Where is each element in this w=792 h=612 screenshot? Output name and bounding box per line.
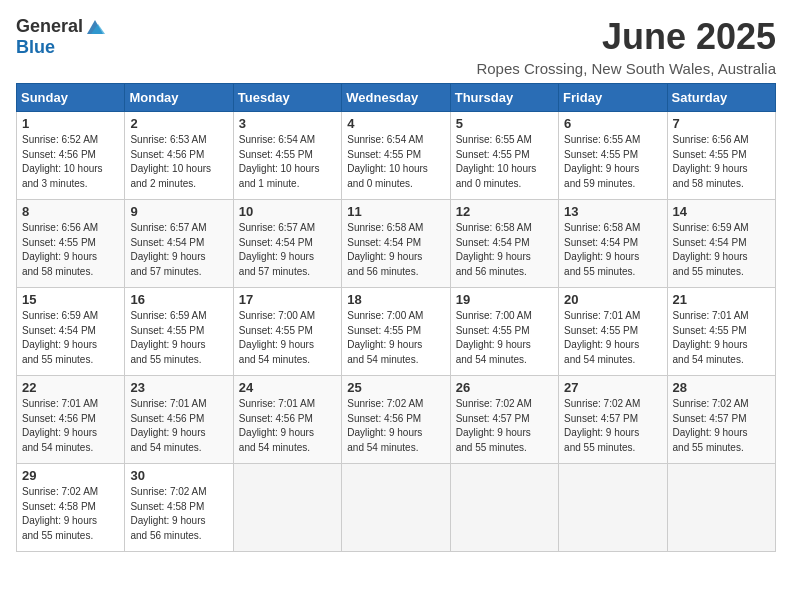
day-number: 3 bbox=[239, 116, 336, 131]
calendar-header: SundayMondayTuesdayWednesdayThursdayFrid… bbox=[17, 84, 776, 112]
calendar-cell: 28Sunrise: 7:02 AMSunset: 4:57 PMDayligh… bbox=[667, 376, 775, 464]
calendar-cell: 14Sunrise: 6:59 AMSunset: 4:54 PMDayligh… bbox=[667, 200, 775, 288]
day-info: Sunrise: 7:02 AMSunset: 4:57 PMDaylight:… bbox=[564, 397, 661, 455]
day-number: 30 bbox=[130, 468, 227, 483]
day-number: 2 bbox=[130, 116, 227, 131]
day-number: 22 bbox=[22, 380, 119, 395]
day-info: Sunrise: 7:02 AMSunset: 4:58 PMDaylight:… bbox=[130, 485, 227, 543]
day-number: 6 bbox=[564, 116, 661, 131]
day-number: 4 bbox=[347, 116, 444, 131]
calendar-cell: 1Sunrise: 6:52 AMSunset: 4:56 PMDaylight… bbox=[17, 112, 125, 200]
day-info: Sunrise: 7:00 AMSunset: 4:55 PMDaylight:… bbox=[347, 309, 444, 367]
calendar-cell bbox=[667, 464, 775, 552]
calendar-cell: 20Sunrise: 7:01 AMSunset: 4:55 PMDayligh… bbox=[559, 288, 667, 376]
weekday-header-friday: Friday bbox=[559, 84, 667, 112]
day-info: Sunrise: 6:58 AMSunset: 4:54 PMDaylight:… bbox=[347, 221, 444, 279]
day-number: 13 bbox=[564, 204, 661, 219]
calendar-week-row: 8Sunrise: 6:56 AMSunset: 4:55 PMDaylight… bbox=[17, 200, 776, 288]
day-info: Sunrise: 6:58 AMSunset: 4:54 PMDaylight:… bbox=[564, 221, 661, 279]
day-info: Sunrise: 7:02 AMSunset: 4:56 PMDaylight:… bbox=[347, 397, 444, 455]
day-number: 15 bbox=[22, 292, 119, 307]
day-number: 17 bbox=[239, 292, 336, 307]
day-number: 11 bbox=[347, 204, 444, 219]
day-number: 10 bbox=[239, 204, 336, 219]
calendar-cell: 30Sunrise: 7:02 AMSunset: 4:58 PMDayligh… bbox=[125, 464, 233, 552]
weekday-header-tuesday: Tuesday bbox=[233, 84, 341, 112]
calendar-cell: 13Sunrise: 6:58 AMSunset: 4:54 PMDayligh… bbox=[559, 200, 667, 288]
calendar-week-row: 1Sunrise: 6:52 AMSunset: 4:56 PMDaylight… bbox=[17, 112, 776, 200]
calendar-cell: 19Sunrise: 7:00 AMSunset: 4:55 PMDayligh… bbox=[450, 288, 558, 376]
header: General Blue June 2025 Ropes Crossing, N… bbox=[16, 16, 776, 77]
day-info: Sunrise: 7:01 AMSunset: 4:55 PMDaylight:… bbox=[673, 309, 770, 367]
title-area: June 2025 Ropes Crossing, New South Wale… bbox=[476, 16, 776, 77]
day-number: 9 bbox=[130, 204, 227, 219]
day-info: Sunrise: 6:56 AMSunset: 4:55 PMDaylight:… bbox=[673, 133, 770, 191]
day-info: Sunrise: 7:02 AMSunset: 4:57 PMDaylight:… bbox=[673, 397, 770, 455]
calendar-cell: 24Sunrise: 7:01 AMSunset: 4:56 PMDayligh… bbox=[233, 376, 341, 464]
day-number: 16 bbox=[130, 292, 227, 307]
day-info: Sunrise: 7:00 AMSunset: 4:55 PMDaylight:… bbox=[456, 309, 553, 367]
calendar-cell: 5Sunrise: 6:55 AMSunset: 4:55 PMDaylight… bbox=[450, 112, 558, 200]
calendar: SundayMondayTuesdayWednesdayThursdayFrid… bbox=[16, 83, 776, 552]
calendar-cell: 3Sunrise: 6:54 AMSunset: 4:55 PMDaylight… bbox=[233, 112, 341, 200]
calendar-cell: 22Sunrise: 7:01 AMSunset: 4:56 PMDayligh… bbox=[17, 376, 125, 464]
day-info: Sunrise: 7:01 AMSunset: 4:55 PMDaylight:… bbox=[564, 309, 661, 367]
calendar-cell bbox=[342, 464, 450, 552]
day-info: Sunrise: 6:58 AMSunset: 4:54 PMDaylight:… bbox=[456, 221, 553, 279]
day-info: Sunrise: 6:54 AMSunset: 4:55 PMDaylight:… bbox=[239, 133, 336, 191]
weekday-header-wednesday: Wednesday bbox=[342, 84, 450, 112]
calendar-cell: 9Sunrise: 6:57 AMSunset: 4:54 PMDaylight… bbox=[125, 200, 233, 288]
day-info: Sunrise: 7:01 AMSunset: 4:56 PMDaylight:… bbox=[239, 397, 336, 455]
calendar-cell: 21Sunrise: 7:01 AMSunset: 4:55 PMDayligh… bbox=[667, 288, 775, 376]
day-number: 12 bbox=[456, 204, 553, 219]
day-info: Sunrise: 6:57 AMSunset: 4:54 PMDaylight:… bbox=[130, 221, 227, 279]
day-number: 26 bbox=[456, 380, 553, 395]
day-number: 20 bbox=[564, 292, 661, 307]
calendar-cell: 17Sunrise: 7:00 AMSunset: 4:55 PMDayligh… bbox=[233, 288, 341, 376]
day-info: Sunrise: 7:01 AMSunset: 4:56 PMDaylight:… bbox=[22, 397, 119, 455]
calendar-cell: 12Sunrise: 6:58 AMSunset: 4:54 PMDayligh… bbox=[450, 200, 558, 288]
day-info: Sunrise: 6:57 AMSunset: 4:54 PMDaylight:… bbox=[239, 221, 336, 279]
day-info: Sunrise: 7:00 AMSunset: 4:55 PMDaylight:… bbox=[239, 309, 336, 367]
day-number: 8 bbox=[22, 204, 119, 219]
calendar-cell: 15Sunrise: 6:59 AMSunset: 4:54 PMDayligh… bbox=[17, 288, 125, 376]
logo-icon bbox=[85, 18, 105, 36]
weekday-header-sunday: Sunday bbox=[17, 84, 125, 112]
weekday-header-saturday: Saturday bbox=[667, 84, 775, 112]
day-number: 29 bbox=[22, 468, 119, 483]
day-number: 25 bbox=[347, 380, 444, 395]
day-info: Sunrise: 6:59 AMSunset: 4:55 PMDaylight:… bbox=[130, 309, 227, 367]
day-info: Sunrise: 6:55 AMSunset: 4:55 PMDaylight:… bbox=[564, 133, 661, 191]
month-title: June 2025 bbox=[476, 16, 776, 58]
day-info: Sunrise: 6:59 AMSunset: 4:54 PMDaylight:… bbox=[22, 309, 119, 367]
calendar-cell: 26Sunrise: 7:02 AMSunset: 4:57 PMDayligh… bbox=[450, 376, 558, 464]
calendar-week-row: 15Sunrise: 6:59 AMSunset: 4:54 PMDayligh… bbox=[17, 288, 776, 376]
weekday-header-thursday: Thursday bbox=[450, 84, 558, 112]
day-number: 23 bbox=[130, 380, 227, 395]
calendar-week-row: 29Sunrise: 7:02 AMSunset: 4:58 PMDayligh… bbox=[17, 464, 776, 552]
weekday-header-row: SundayMondayTuesdayWednesdayThursdayFrid… bbox=[17, 84, 776, 112]
location-title: Ropes Crossing, New South Wales, Austral… bbox=[476, 60, 776, 77]
calendar-cell: 6Sunrise: 6:55 AMSunset: 4:55 PMDaylight… bbox=[559, 112, 667, 200]
day-info: Sunrise: 6:53 AMSunset: 4:56 PMDaylight:… bbox=[130, 133, 227, 191]
day-number: 24 bbox=[239, 380, 336, 395]
day-number: 18 bbox=[347, 292, 444, 307]
day-number: 21 bbox=[673, 292, 770, 307]
day-number: 28 bbox=[673, 380, 770, 395]
calendar-cell: 10Sunrise: 6:57 AMSunset: 4:54 PMDayligh… bbox=[233, 200, 341, 288]
day-number: 1 bbox=[22, 116, 119, 131]
calendar-cell bbox=[450, 464, 558, 552]
day-info: Sunrise: 6:54 AMSunset: 4:55 PMDaylight:… bbox=[347, 133, 444, 191]
day-number: 5 bbox=[456, 116, 553, 131]
calendar-cell: 2Sunrise: 6:53 AMSunset: 4:56 PMDaylight… bbox=[125, 112, 233, 200]
day-info: Sunrise: 7:02 AMSunset: 4:57 PMDaylight:… bbox=[456, 397, 553, 455]
calendar-week-row: 22Sunrise: 7:01 AMSunset: 4:56 PMDayligh… bbox=[17, 376, 776, 464]
day-number: 14 bbox=[673, 204, 770, 219]
day-number: 7 bbox=[673, 116, 770, 131]
day-info: Sunrise: 7:01 AMSunset: 4:56 PMDaylight:… bbox=[130, 397, 227, 455]
calendar-cell: 7Sunrise: 6:56 AMSunset: 4:55 PMDaylight… bbox=[667, 112, 775, 200]
calendar-cell: 18Sunrise: 7:00 AMSunset: 4:55 PMDayligh… bbox=[342, 288, 450, 376]
day-info: Sunrise: 6:55 AMSunset: 4:55 PMDaylight:… bbox=[456, 133, 553, 191]
day-number: 27 bbox=[564, 380, 661, 395]
calendar-cell: 27Sunrise: 7:02 AMSunset: 4:57 PMDayligh… bbox=[559, 376, 667, 464]
